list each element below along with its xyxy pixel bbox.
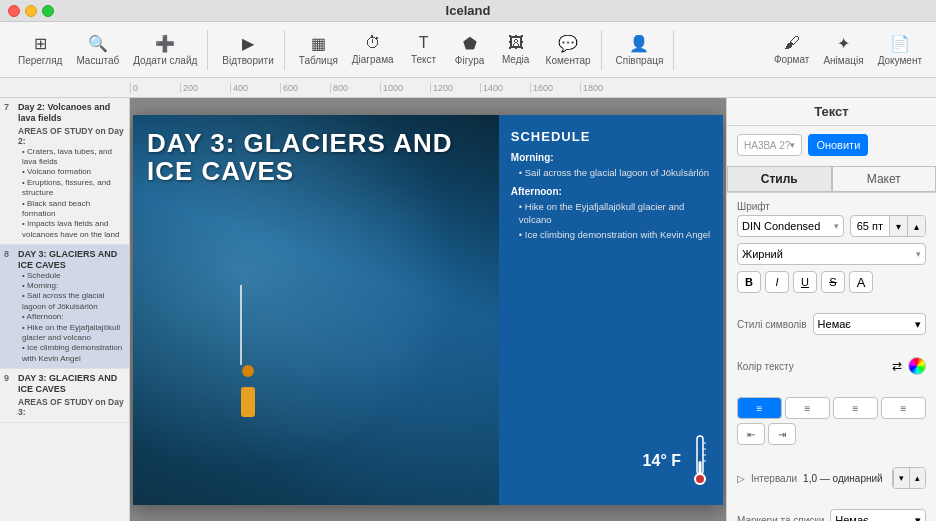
slide-item-9[interactable]: 9 DAY 3: GLACIERS AND ICE CAVES AREAS OF…: [0, 369, 129, 423]
media-button[interactable]: 🖼 Медіа: [494, 30, 538, 69]
canvas-area[interactable]: DAY 3: GLACIERS AND ICE CAVES SCHEDULE M…: [130, 98, 726, 521]
char-styles-select[interactable]: Немає ▾: [813, 313, 926, 335]
collab-group: 👤 Співпраця: [606, 30, 675, 70]
font-size-stepper[interactable]: 65 пт ▾ ▴: [850, 215, 926, 237]
zoom-button[interactable]: 🔍 Масштаб: [70, 30, 125, 70]
panel-header: Текст: [727, 98, 936, 126]
indent-increase-button[interactable]: ⇥: [768, 423, 796, 445]
slide-item-7[interactable]: 7 Day 2: Volcanoes and lava fields AREAS…: [0, 98, 129, 245]
text-icon: T: [419, 34, 429, 52]
slide-canvas[interactable]: DAY 3: GLACIERS AND ICE CAVES SCHEDULE M…: [133, 115, 723, 505]
chart-button[interactable]: ⏱ Діаграма: [346, 30, 400, 69]
font-weight-select[interactable]: Жирний ▾: [737, 243, 926, 265]
slide-title-8: DAY 3: GLACIERS AND ICE CAVES: [18, 249, 125, 271]
update-button[interactable]: Оновити: [808, 134, 868, 156]
align-justify-button[interactable]: ≡: [881, 397, 926, 419]
insert-group: ▦ Таблиця ⏱ Діаграма T Текст ⬟ Фігура 🖼 …: [289, 30, 602, 70]
format-button[interactable]: 🖌 Формат: [768, 30, 816, 69]
slide-num-8: 8: [4, 249, 14, 259]
chevron-down-icon: ▾: [834, 221, 839, 231]
right-toolbar: 🖌 Формат ✦ Анімація 📄 Документ: [768, 30, 928, 70]
italic-button[interactable]: I: [765, 271, 789, 293]
view-label: Перегляд: [18, 55, 62, 66]
main-area: 7 Day 2: Volcanoes and lava fields AREAS…: [0, 98, 936, 521]
minimize-button[interactable]: [25, 5, 37, 17]
play-group: ▶ Відтворити: [212, 30, 284, 70]
comment-icon: 💬: [558, 34, 578, 53]
slide-item-8[interactable]: 8 DAY 3: GLACIERS AND ICE CAVES Schedule…: [0, 245, 129, 369]
slide-bullet-7-2: Eruptions, fissures, and structure: [22, 178, 125, 199]
animate-label: Анімація: [823, 55, 863, 66]
spacing-value: 1,0 — одинарний: [803, 473, 886, 484]
underline-button[interactable]: U: [793, 271, 817, 293]
text-color-picker-button[interactable]: A: [849, 271, 873, 293]
view-group: ⊞ Перегляд 🔍 Масштаб ➕ Додати слайд: [8, 30, 208, 70]
play-label: Відтворити: [222, 55, 273, 66]
font-size-decrement[interactable]: ▾: [889, 215, 907, 237]
slide-section-9: AREAS OF STUDY on Day 3:: [18, 397, 125, 417]
char-styles-label: Стилі символів: [737, 319, 807, 330]
add-slide-button[interactable]: ➕ Додати слайд: [127, 30, 203, 70]
align-left-button[interactable]: ≡: [737, 397, 782, 419]
close-button[interactable]: [8, 5, 20, 17]
slide-title-9: DAY 3: GLACIERS AND ICE CAVES: [18, 373, 125, 395]
animate-button[interactable]: ✦ Анімація: [817, 30, 869, 70]
spacing-text-label: Інтервали: [751, 473, 797, 484]
tab-layout[interactable]: Макет: [832, 166, 937, 192]
chart-label: Діаграма: [352, 54, 394, 65]
slide-bullet-8-1: Morning:: [22, 281, 125, 291]
play-icon: ▶: [242, 34, 254, 53]
shape-label: Фігура: [455, 55, 484, 66]
slide-panel[interactable]: 7 Day 2: Volcanoes and lava fields AREAS…: [0, 98, 130, 521]
strikethrough-button[interactable]: S: [821, 271, 845, 293]
add-slide-icon: ➕: [155, 34, 175, 53]
font-name-display: НА3ВА 2? ▾: [737, 134, 802, 156]
slide-bullet-8-2: Sail across the glacial lagoon of Jökuls…: [22, 291, 125, 312]
indent-decrease-button[interactable]: ⇤: [737, 423, 765, 445]
slide-bullet-8-4: Hike on the Eyjafjallajökull glacier and…: [22, 323, 125, 344]
bold-button[interactable]: B: [737, 271, 761, 293]
slide-bullet-8-0: Schedule: [22, 271, 125, 281]
spacing-increment[interactable]: ▴: [909, 468, 925, 488]
table-button[interactable]: ▦ Таблиця: [293, 30, 344, 70]
maximize-button[interactable]: [42, 5, 54, 17]
font-size-row: НА3ВА 2? ▾ Оновити: [737, 134, 926, 156]
slide-bullet-7-3: Black sand beach formation: [22, 199, 125, 220]
afternoon-item-0: Hike on the Eyjafjallajökull glacier and…: [519, 200, 711, 227]
font-select[interactable]: DIN Condensed ▾: [737, 215, 844, 237]
shape-button[interactable]: ⬟ Фігура: [448, 30, 492, 70]
document-button[interactable]: 📄 Документ: [872, 30, 928, 70]
format-buttons-row: B I U S A: [737, 271, 926, 293]
climber-body: [241, 387, 255, 417]
table-icon: ▦: [311, 34, 326, 53]
markers-select[interactable]: Немає ▾: [830, 509, 926, 521]
font-size-increment[interactable]: ▴: [907, 215, 925, 237]
font-size-section: НА3ВА 2? ▾ Оновити: [727, 126, 936, 166]
spacing-label: ▷: [737, 473, 745, 484]
align-center-button[interactable]: ≡: [785, 397, 830, 419]
shape-icon: ⬟: [463, 34, 477, 53]
document-icon: 📄: [890, 34, 910, 53]
format-label: Формат: [774, 54, 810, 65]
slide-header-9: 9 DAY 3: GLACIERS AND ICE CAVES: [4, 373, 125, 395]
alignment-section: ≡ ≡ ≡ ≡ ⇤ ⇥: [727, 389, 936, 455]
svg-rect-1: [699, 461, 702, 474]
spacing-decrement[interactable]: ▾: [893, 468, 909, 488]
window-title: Iceland: [446, 3, 491, 18]
play-button[interactable]: ▶ Відтворити: [216, 30, 279, 70]
spacing-section: ▷ Інтервали 1,0 — одинарний ▾ ▴: [727, 459, 936, 497]
align-right-button[interactable]: ≡: [833, 397, 878, 419]
ruler-marks: 0 200 400 600 800 1000 1200 1400 1600 18…: [130, 83, 630, 93]
markers-value: Немає: [835, 514, 868, 521]
text-color-swatch[interactable]: [908, 357, 926, 375]
spacing-stepper[interactable]: ▾ ▴: [892, 467, 926, 489]
collab-button[interactable]: 👤 Співпраця: [610, 30, 670, 70]
slide-bullet-7-1: Volcano formation: [22, 167, 125, 177]
text-button[interactable]: T Текст: [402, 30, 446, 69]
comment-button[interactable]: 💬 Коментар: [540, 30, 597, 70]
chart-icon: ⏱: [365, 34, 381, 52]
traffic-lights: [8, 5, 54, 17]
zoom-icon: 🔍: [88, 34, 108, 53]
view-button[interactable]: ⊞ Перегляд: [12, 30, 68, 70]
tab-style[interactable]: Стиль: [727, 166, 832, 192]
